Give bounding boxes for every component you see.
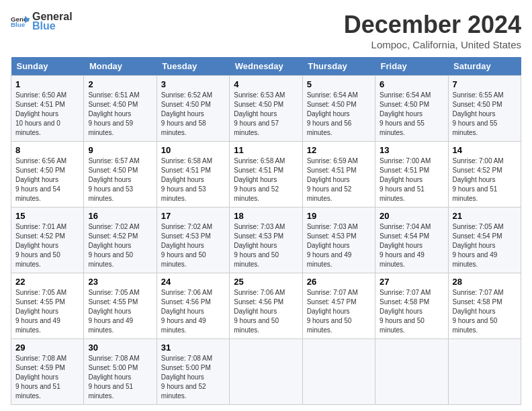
day-number: 7 [453, 79, 517, 89]
calendar-cell: 22 Sunrise: 7:05 AM Sunset: 4:55 PM Dayl… [11, 273, 84, 339]
day-info: Sunrise: 7:00 AM Sunset: 4:52 PM Dayligh… [453, 156, 517, 203]
day-number: 26 [307, 277, 371, 287]
day-number: 20 [380, 211, 443, 221]
header-saturday: Saturday [448, 57, 521, 76]
day-number: 5 [307, 79, 371, 89]
calendar-cell: 28 Sunrise: 7:07 AM Sunset: 4:58 PM Dayl… [448, 273, 521, 339]
calendar-cell: 27 Sunrise: 7:07 AM Sunset: 4:58 PM Dayl… [375, 273, 448, 339]
calendar-cell: 7 Sunrise: 6:55 AM Sunset: 4:50 PM Dayli… [448, 76, 521, 142]
day-number: 1 [15, 79, 79, 89]
day-info: Sunrise: 7:07 AM Sunset: 4:58 PM Dayligh… [380, 288, 443, 335]
day-number: 10 [161, 145, 225, 155]
day-info: Sunrise: 7:04 AM Sunset: 4:54 PM Dayligh… [380, 222, 443, 269]
day-info: Sunrise: 7:06 AM Sunset: 4:56 PM Dayligh… [234, 288, 298, 335]
day-info: Sunrise: 6:54 AM Sunset: 4:50 PM Dayligh… [380, 91, 443, 138]
calendar-cell: 29 Sunrise: 7:08 AM Sunset: 4:59 PM Dayl… [11, 339, 84, 405]
calendar-cell: 2 Sunrise: 6:51 AM Sunset: 4:50 PM Dayli… [84, 76, 157, 142]
calendar-cell: 8 Sunrise: 6:56 AM Sunset: 4:50 PM Dayli… [11, 142, 84, 208]
subtitle: Lompoc, California, United States [344, 39, 521, 50]
day-info: Sunrise: 6:55 AM Sunset: 4:50 PM Dayligh… [453, 91, 517, 138]
calendar-table: SundayMondayTuesdayWednesdayThursdayFrid… [11, 57, 521, 405]
header-row: SundayMondayTuesdayWednesdayThursdayFrid… [11, 57, 521, 76]
day-number: 4 [234, 79, 298, 89]
day-number: 6 [380, 79, 443, 89]
day-number: 21 [453, 211, 517, 221]
day-number: 14 [453, 145, 517, 155]
calendar-cell: 5 Sunrise: 6:54 AM Sunset: 4:50 PM Dayli… [302, 76, 375, 142]
header-friday: Friday [375, 57, 448, 76]
day-info: Sunrise: 7:05 AM Sunset: 4:54 PM Dayligh… [453, 222, 517, 269]
calendar-cell: 16 Sunrise: 7:02 AM Sunset: 4:52 PM Dayl… [84, 208, 157, 273]
calendar-cell: 11 Sunrise: 6:58 AM Sunset: 4:51 PM Dayl… [230, 142, 302, 208]
day-number: 12 [307, 145, 371, 155]
calendar-cell [375, 339, 448, 405]
calendar-cell: 30 Sunrise: 7:08 AM Sunset: 5:00 PM Dayl… [84, 339, 157, 405]
day-number: 8 [15, 145, 79, 155]
week-row-2: 8 Sunrise: 6:56 AM Sunset: 4:50 PM Dayli… [11, 142, 521, 208]
day-number: 22 [15, 277, 79, 287]
day-number: 3 [161, 79, 225, 89]
day-info: Sunrise: 7:01 AM Sunset: 4:52 PM Dayligh… [15, 222, 79, 269]
week-row-4: 22 Sunrise: 7:05 AM Sunset: 4:55 PM Dayl… [11, 273, 521, 339]
day-number: 27 [380, 277, 443, 287]
day-number: 9 [88, 145, 152, 155]
calendar-cell: 6 Sunrise: 6:54 AM Sunset: 4:50 PM Dayli… [375, 76, 448, 142]
calendar-cell: 23 Sunrise: 7:05 AM Sunset: 4:55 PM Dayl… [84, 273, 157, 339]
calendar-cell: 4 Sunrise: 6:53 AM Sunset: 4:50 PM Dayli… [230, 76, 302, 142]
calendar-cell: 18 Sunrise: 7:03 AM Sunset: 4:53 PM Dayl… [230, 208, 302, 273]
calendar-cell: 17 Sunrise: 7:02 AM Sunset: 4:53 PM Dayl… [157, 208, 229, 273]
day-info: Sunrise: 6:57 AM Sunset: 4:50 PM Dayligh… [88, 156, 152, 203]
main-title: December 2024 [344, 11, 521, 39]
day-info: Sunrise: 7:08 AM Sunset: 4:59 PM Dayligh… [15, 354, 79, 401]
header-monday: Monday [84, 57, 157, 76]
logo-icon: General Blue [11, 15, 30, 28]
day-info: Sunrise: 6:50 AM Sunset: 4:51 PM Dayligh… [15, 91, 79, 138]
calendar-cell: 13 Sunrise: 7:00 AM Sunset: 4:51 PM Dayl… [375, 142, 448, 208]
day-number: 31 [161, 342, 225, 353]
logo: General Blue General Blue [11, 11, 73, 32]
day-number: 15 [15, 211, 79, 221]
calendar-cell: 24 Sunrise: 7:06 AM Sunset: 4:56 PM Dayl… [157, 273, 229, 339]
header-tuesday: Tuesday [157, 57, 229, 76]
day-info: Sunrise: 6:51 AM Sunset: 4:50 PM Dayligh… [88, 91, 152, 138]
week-row-1: 1 Sunrise: 6:50 AM Sunset: 4:51 PM Dayli… [11, 76, 521, 142]
day-info: Sunrise: 6:58 AM Sunset: 4:51 PM Dayligh… [234, 156, 298, 203]
day-number: 23 [88, 277, 152, 287]
day-info: Sunrise: 6:52 AM Sunset: 4:50 PM Dayligh… [161, 91, 225, 138]
calendar-cell: 3 Sunrise: 6:52 AM Sunset: 4:50 PM Dayli… [157, 76, 229, 142]
header-wednesday: Wednesday [230, 57, 302, 76]
calendar-cell: 25 Sunrise: 7:06 AM Sunset: 4:56 PM Dayl… [230, 273, 302, 339]
day-info: Sunrise: 7:03 AM Sunset: 4:53 PM Dayligh… [234, 222, 298, 269]
day-info: Sunrise: 7:07 AM Sunset: 4:58 PM Dayligh… [453, 288, 517, 335]
day-number: 24 [161, 277, 225, 287]
header-sunday: Sunday [11, 57, 84, 76]
day-number: 29 [15, 342, 79, 353]
calendar-cell [302, 339, 375, 405]
day-info: Sunrise: 6:58 AM Sunset: 4:51 PM Dayligh… [161, 156, 225, 203]
calendar-cell: 26 Sunrise: 7:07 AM Sunset: 4:57 PM Dayl… [302, 273, 375, 339]
calendar-cell [230, 339, 302, 405]
day-info: Sunrise: 7:06 AM Sunset: 4:56 PM Dayligh… [161, 288, 225, 335]
day-info: Sunrise: 7:05 AM Sunset: 4:55 PM Dayligh… [15, 288, 79, 335]
calendar-cell: 10 Sunrise: 6:58 AM Sunset: 4:51 PM Dayl… [157, 142, 229, 208]
day-number: 17 [161, 211, 225, 221]
day-info: Sunrise: 7:02 AM Sunset: 4:53 PM Dayligh… [161, 222, 225, 269]
calendar-cell: 31 Sunrise: 7:08 AM Sunset: 5:00 PM Dayl… [157, 339, 229, 405]
day-info: Sunrise: 7:00 AM Sunset: 4:51 PM Dayligh… [380, 156, 443, 203]
day-number: 18 [234, 211, 298, 221]
calendar-cell: 9 Sunrise: 6:57 AM Sunset: 4:50 PM Dayli… [84, 142, 157, 208]
day-info: Sunrise: 7:07 AM Sunset: 4:57 PM Dayligh… [307, 288, 371, 335]
day-number: 2 [88, 79, 152, 89]
day-number: 30 [88, 342, 152, 353]
day-info: Sunrise: 6:56 AM Sunset: 4:50 PM Dayligh… [15, 156, 79, 203]
calendar-cell: 21 Sunrise: 7:05 AM Sunset: 4:54 PM Dayl… [448, 208, 521, 273]
day-info: Sunrise: 6:54 AM Sunset: 4:50 PM Dayligh… [307, 91, 371, 138]
day-info: Sunrise: 7:02 AM Sunset: 4:52 PM Dayligh… [88, 222, 152, 269]
header-thursday: Thursday [302, 57, 375, 76]
calendar-cell: 12 Sunrise: 6:59 AM Sunset: 4:51 PM Dayl… [302, 142, 375, 208]
calendar-cell: 19 Sunrise: 7:03 AM Sunset: 4:53 PM Dayl… [302, 208, 375, 273]
day-info: Sunrise: 7:08 AM Sunset: 5:00 PM Dayligh… [88, 354, 152, 401]
day-number: 19 [307, 211, 371, 221]
day-info: Sunrise: 6:59 AM Sunset: 4:51 PM Dayligh… [307, 156, 371, 203]
day-info: Sunrise: 7:03 AM Sunset: 4:53 PM Dayligh… [307, 222, 371, 269]
